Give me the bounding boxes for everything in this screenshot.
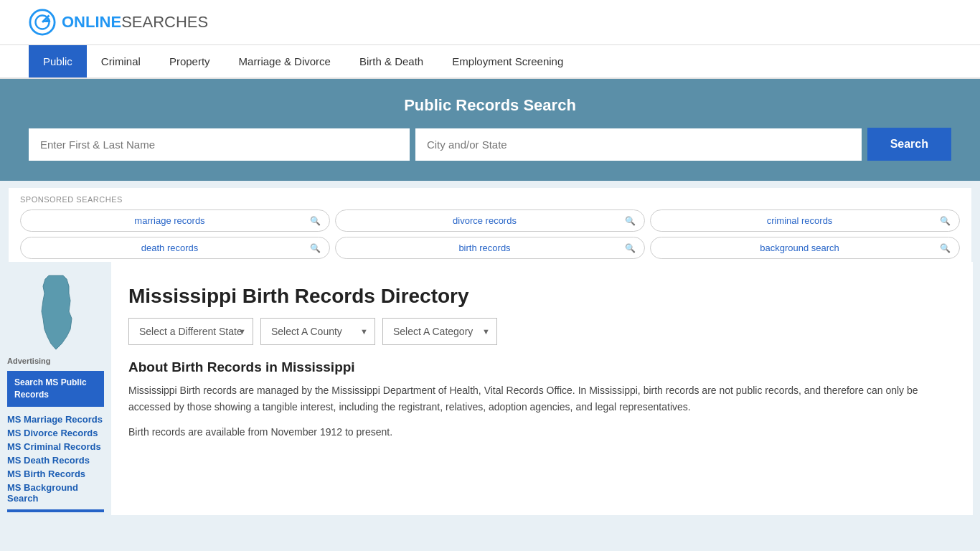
sidebar: Advertising Search MS Public Records MS …: [0, 262, 111, 522]
nav-birth-death[interactable]: Birth & Death: [345, 45, 438, 77]
sidebar-link-divorce[interactable]: MS Divorce Records: [7, 428, 104, 438]
sidebar-link-marriage[interactable]: MS Marriage Records: [7, 414, 104, 425]
county-dropdown-wrapper: Select A County: [260, 318, 375, 345]
page-body: SPONSORED SEARCHES marriage records 🔍 di…: [0, 181, 980, 551]
logo-searches: SEARCHES: [121, 13, 208, 31]
location-input[interactable]: [415, 128, 862, 161]
search-icon-divorce: 🔍: [625, 216, 636, 226]
search-banner-title: Public Records Search: [29, 96, 951, 115]
main-content: Mississippi Birth Records Directory Sele…: [111, 262, 973, 515]
pill-divorce-records[interactable]: divorce records 🔍: [335, 209, 645, 232]
pill-background-search[interactable]: background search 🔍: [650, 237, 960, 259]
directory-title: Mississippi Birth Records Directory: [128, 285, 956, 308]
search-fields: Search: [29, 128, 951, 161]
sidebar-link-criminal[interactable]: MS Criminal Records: [7, 441, 104, 452]
page-inner: Advertising Search MS Public Records MS …: [0, 262, 980, 522]
pill-background-text: background search: [659, 242, 940, 253]
state-dropdown[interactable]: Select a Different State: [128, 318, 253, 345]
about-paragraph-2: Birth records are available from Novembe…: [128, 424, 956, 441]
sidebar-link-background[interactable]: MS Background Search: [7, 482, 104, 504]
nav-criminal[interactable]: Criminal: [87, 45, 155, 77]
pill-criminal-records[interactable]: criminal records 🔍: [650, 209, 960, 232]
nav-public[interactable]: Public: [29, 45, 87, 77]
advertising-label: Advertising: [7, 357, 104, 365]
search-icon-death: 🔍: [310, 243, 321, 253]
pill-birth-text: birth records: [344, 242, 625, 253]
sponsored-pills: marriage records 🔍 divorce records 🔍 cri…: [20, 209, 960, 259]
logo-online: ONLINE: [62, 13, 121, 31]
pill-death-text: death records: [29, 242, 310, 253]
pill-marriage-records[interactable]: marriage records 🔍: [20, 209, 330, 232]
category-dropdown[interactable]: Select A Category: [382, 318, 497, 345]
sidebar-link-death[interactable]: MS Death Records: [7, 455, 104, 466]
county-dropdown[interactable]: Select A County: [260, 318, 375, 345]
main-nav: Public Criminal Property Marriage & Divo…: [0, 45, 980, 79]
name-input[interactable]: [29, 128, 410, 161]
sidebar-accent-bar: [7, 509, 104, 512]
search-icon-birth: 🔍: [625, 243, 636, 253]
pill-criminal-text: criminal records: [659, 215, 940, 226]
pill-marriage-text: marriage records: [29, 215, 310, 226]
search-icon-background: 🔍: [940, 243, 951, 253]
logo-icon: [29, 9, 56, 36]
pill-birth-records[interactable]: birth records 🔍: [335, 237, 645, 259]
search-icon-marriage: 🔍: [310, 216, 321, 226]
category-dropdown-wrapper: Select A Category: [382, 318, 497, 345]
logo-text: ONLINESEARCHES: [62, 13, 208, 32]
about-title: About Birth Records in Mississippi: [128, 359, 956, 375]
pill-divorce-text: divorce records: [344, 215, 625, 226]
nav-employment[interactable]: Employment Screening: [438, 45, 578, 77]
sidebar-ad-button[interactable]: Search MS Public Records: [7, 371, 104, 407]
sidebar-link-birth[interactable]: MS Birth Records: [7, 468, 104, 479]
mississippi-shape: [27, 272, 85, 351]
state-dropdown-wrapper: Select a Different State: [128, 318, 253, 345]
search-button[interactable]: Search: [867, 128, 951, 161]
page-header: ONLINESEARCHES: [0, 0, 980, 45]
pill-death-records[interactable]: death records 🔍: [20, 237, 330, 259]
about-paragraph-1: Mississippi Birth records are managed by…: [128, 382, 956, 415]
sponsored-inner: SPONSORED SEARCHES marriage records 🔍 di…: [9, 188, 971, 262]
sponsored-area: SPONSORED SEARCHES marriage records 🔍 di…: [0, 181, 980, 262]
search-banner: Public Records Search Search: [0, 79, 980, 181]
search-icon-criminal: 🔍: [940, 216, 951, 226]
nav-marriage-divorce[interactable]: Marriage & Divorce: [225, 45, 345, 77]
dropdowns-row: Select a Different State Select A County…: [128, 318, 956, 345]
nav-property[interactable]: Property: [155, 45, 225, 77]
logo[interactable]: ONLINESEARCHES: [29, 9, 208, 36]
sponsored-label: SPONSORED SEARCHES: [20, 195, 960, 204]
